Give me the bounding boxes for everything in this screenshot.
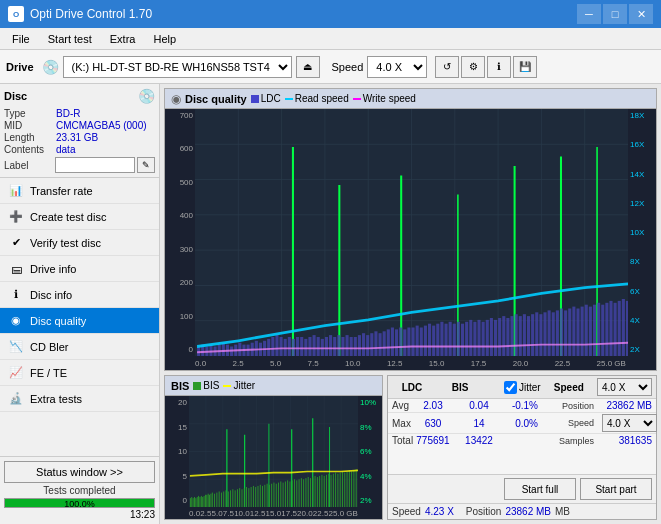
status-window-button[interactable]: Status window >> (4, 461, 155, 483)
svg-rect-97 (502, 316, 505, 356)
y1r-16x: 16X (630, 140, 654, 149)
svg-rect-141 (190, 498, 191, 507)
svg-rect-63 (362, 333, 365, 356)
chart2-title: BIS (171, 380, 189, 392)
svg-rect-163 (212, 493, 213, 507)
sidebar-item-create-test-disc[interactable]: ➕ Create test disc (0, 204, 159, 230)
start-part-button[interactable]: Start part (580, 478, 652, 500)
svg-rect-120 (597, 303, 600, 356)
contents-label: Contents (4, 144, 56, 155)
svg-rect-225 (353, 470, 354, 507)
svg-rect-190 (274, 483, 275, 507)
chart1-title: Disc quality (185, 93, 247, 105)
menu-file[interactable]: File (4, 31, 38, 47)
label-input[interactable] (55, 157, 135, 173)
refresh-button[interactable]: ↺ (435, 56, 459, 78)
svg-rect-196 (287, 480, 288, 507)
sidebar-item-disc-info[interactable]: ℹ Disc info (0, 282, 159, 308)
svg-rect-116 (581, 307, 584, 356)
speed-select[interactable]: 4.0 X (367, 56, 427, 78)
svg-rect-180 (251, 487, 252, 507)
chart2-legend-jitter: Jitter (223, 380, 255, 391)
start-full-button[interactable]: Start full (504, 478, 576, 500)
avg-pos: 23862 MB (602, 400, 652, 411)
svg-rect-146 (197, 497, 198, 507)
svg-rect-101 (519, 316, 522, 356)
info-button[interactable]: ℹ (487, 56, 511, 78)
drive-select[interactable]: (K:) HL-DT-ST BD-RE WH16NS58 TST4 (63, 56, 292, 78)
cd-bler-icon: 📉 (8, 339, 24, 355)
max-bis: 14 (460, 418, 498, 429)
sidebar-item-disc-quality[interactable]: ◉ Disc quality (0, 308, 159, 334)
svg-rect-52 (317, 337, 320, 356)
svg-rect-68 (383, 331, 386, 356)
total-bis: 13422 (460, 435, 498, 446)
svg-rect-83 (444, 324, 447, 356)
svg-rect-184 (260, 485, 261, 507)
svg-rect-220 (342, 471, 343, 507)
sidebar-item-drive-info[interactable]: 🖴 Drive info (0, 256, 159, 282)
svg-rect-108 (548, 310, 551, 356)
chart1-legend-ldc: LDC (251, 93, 281, 104)
max-ldc: 630 (414, 418, 452, 429)
svg-rect-100 (515, 314, 518, 356)
svg-rect-185 (262, 486, 263, 507)
y1-500: 500 (167, 178, 193, 187)
svg-rect-65 (370, 333, 373, 356)
svg-rect-221 (344, 473, 345, 507)
sidebar-item-fe-te[interactable]: 📈 FE / TE (0, 360, 159, 386)
eject-button[interactable]: ⏏ (296, 56, 320, 78)
svg-rect-226 (356, 469, 357, 507)
svg-rect-95 (494, 320, 497, 356)
sidebar-item-extra-tests[interactable]: 🔬 Extra tests (0, 386, 159, 412)
svg-rect-147 (198, 496, 199, 507)
close-button[interactable]: ✕ (629, 4, 653, 24)
svg-rect-178 (246, 487, 247, 507)
sidebar-item-transfer-rate[interactable]: 📊 Transfer rate (0, 178, 159, 204)
jitter-checkbox-label[interactable]: Jitter (504, 381, 541, 394)
svg-rect-223 (349, 470, 350, 507)
label-edit-button[interactable]: ✎ (137, 157, 155, 173)
menu-extra[interactable]: Extra (102, 31, 144, 47)
total-samples: 381635 (602, 435, 652, 446)
svg-rect-166 (219, 491, 220, 507)
type-value: BD-R (56, 108, 80, 119)
main-layout: Disc 💿 Type BD-R MID CMCMAGBA5 (000) Len… (0, 84, 661, 524)
sidebar-item-verify-test-disc[interactable]: ✔ Verify test disc (0, 230, 159, 256)
svg-rect-195 (285, 481, 286, 507)
minimize-button[interactable]: ─ (577, 4, 601, 24)
maximize-button[interactable]: □ (603, 4, 627, 24)
svg-rect-72 (399, 328, 402, 357)
speed-display-select[interactable]: 4.0 X (602, 414, 657, 432)
menu-help[interactable]: Help (145, 31, 184, 47)
svg-rect-102 (523, 314, 526, 356)
sidebar-item-cd-bler[interactable]: 📉 CD Bler (0, 334, 159, 360)
app-title: Opti Drive Control 1.70 (30, 7, 152, 21)
svg-rect-164 (214, 494, 215, 507)
menu-start-test[interactable]: Start test (40, 31, 100, 47)
svg-rect-90 (473, 322, 476, 356)
svg-rect-214 (328, 474, 329, 507)
svg-rect-119 (593, 305, 596, 356)
svg-rect-47 (296, 337, 299, 356)
speed-select[interactable]: 4.0 X (597, 378, 652, 396)
svg-rect-186 (264, 485, 265, 507)
max-jitter: 0.0% (506, 418, 538, 429)
disc-info-icon: ℹ (8, 287, 24, 303)
verify-disc-icon: ✔ (8, 235, 24, 251)
svg-rect-201 (299, 479, 300, 507)
svg-rect-209 (317, 477, 318, 507)
position-val: 23862 MB (505, 506, 551, 517)
svg-rect-71 (395, 329, 398, 356)
svg-rect-30 (255, 341, 258, 356)
svg-rect-179 (248, 488, 249, 507)
svg-rect-207 (312, 477, 313, 507)
settings-button[interactable]: ⚙ (461, 56, 485, 78)
svg-rect-173 (235, 490, 236, 507)
svg-rect-33 (267, 339, 270, 356)
chart1-legend-read: Read speed (285, 93, 349, 104)
jitter-checkbox[interactable] (504, 381, 517, 394)
save-button[interactable]: 💾 (513, 56, 537, 78)
svg-rect-206 (310, 478, 311, 507)
svg-rect-105 (535, 312, 538, 356)
